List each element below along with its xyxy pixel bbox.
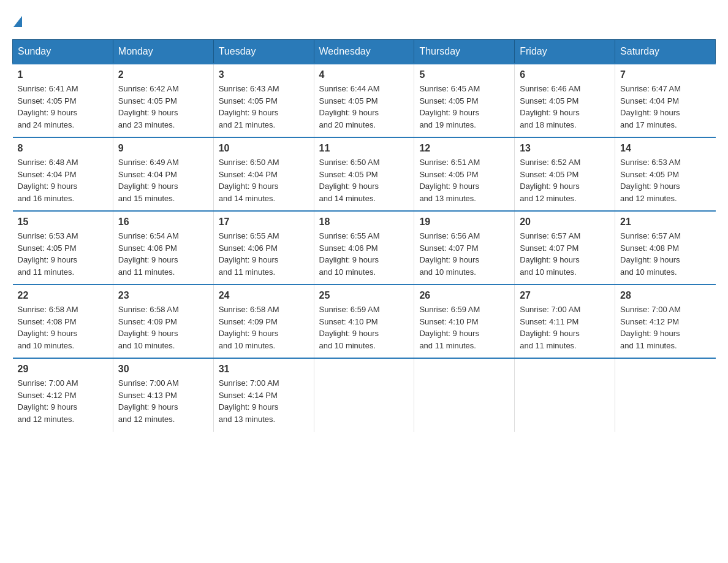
calendar-cell: 12 Sunrise: 6:51 AM Sunset: 4:05 PM Dayl… <box>414 137 515 211</box>
day-number: 31 <box>219 364 309 375</box>
calendar-cell: 24 Sunrise: 6:58 AM Sunset: 4:09 PM Dayl… <box>213 285 314 358</box>
header-thursday: Thursday <box>414 40 515 64</box>
day-number: 6 <box>520 69 610 80</box>
calendar-cell: 19 Sunrise: 6:56 AM Sunset: 4:07 PM Dayl… <box>414 211 515 285</box>
day-number: 16 <box>118 216 208 228</box>
header-sunday: Sunday <box>13 40 113 64</box>
logo-triangle-icon <box>13 16 22 27</box>
calendar-cell: 8 Sunrise: 6:48 AM Sunset: 4:04 PM Dayli… <box>13 137 113 211</box>
calendar-week-row: 15 Sunrise: 6:53 AM Sunset: 4:05 PM Dayl… <box>13 211 716 285</box>
day-number: 20 <box>520 216 610 228</box>
day-number: 14 <box>620 143 710 154</box>
day-number: 4 <box>319 69 409 80</box>
day-info: Sunrise: 6:46 AM Sunset: 4:05 PM Dayligh… <box>520 83 610 131</box>
weekday-row: Sunday Monday Tuesday Wednesday Thursday… <box>13 40 716 64</box>
day-info: Sunrise: 6:51 AM Sunset: 4:05 PM Dayligh… <box>419 156 509 204</box>
calendar-cell: 5 Sunrise: 6:45 AM Sunset: 4:05 PM Dayli… <box>414 64 515 137</box>
day-number: 10 <box>219 143 309 154</box>
day-number: 22 <box>18 290 108 301</box>
calendar-cell: 27 Sunrise: 7:00 AM Sunset: 4:11 PM Dayl… <box>515 285 615 358</box>
calendar-cell: 7 Sunrise: 6:47 AM Sunset: 4:04 PM Dayli… <box>615 64 716 137</box>
day-info: Sunrise: 7:00 AM Sunset: 4:14 PM Dayligh… <box>219 377 309 425</box>
calendar-cell: 16 Sunrise: 6:54 AM Sunset: 4:06 PM Dayl… <box>113 211 213 285</box>
header-saturday: Saturday <box>615 40 716 64</box>
day-number: 3 <box>219 69 309 80</box>
day-number: 2 <box>118 69 208 80</box>
day-info: Sunrise: 6:45 AM Sunset: 4:05 PM Dayligh… <box>419 83 509 131</box>
day-info: Sunrise: 6:53 AM Sunset: 4:05 PM Dayligh… <box>620 156 710 204</box>
calendar-cell: 28 Sunrise: 7:00 AM Sunset: 4:12 PM Dayl… <box>615 285 716 358</box>
calendar-cell: 4 Sunrise: 6:44 AM Sunset: 4:05 PM Dayli… <box>314 64 414 137</box>
day-info: Sunrise: 6:48 AM Sunset: 4:04 PM Dayligh… <box>18 156 108 204</box>
day-info: Sunrise: 6:52 AM Sunset: 4:05 PM Dayligh… <box>520 156 610 204</box>
day-info: Sunrise: 6:58 AM Sunset: 4:09 PM Dayligh… <box>219 304 309 351</box>
day-info: Sunrise: 7:00 AM Sunset: 4:12 PM Dayligh… <box>18 377 108 425</box>
day-number: 26 <box>419 290 509 301</box>
day-info: Sunrise: 6:44 AM Sunset: 4:05 PM Dayligh… <box>319 83 409 131</box>
day-number: 19 <box>419 216 509 228</box>
calendar-cell: 10 Sunrise: 6:50 AM Sunset: 4:04 PM Dayl… <box>213 137 314 211</box>
logo <box>12 12 22 27</box>
calendar-cell: 6 Sunrise: 6:46 AM Sunset: 4:05 PM Dayli… <box>515 64 615 137</box>
day-info: Sunrise: 6:55 AM Sunset: 4:06 PM Dayligh… <box>319 230 409 278</box>
header-monday: Monday <box>113 40 213 64</box>
day-info: Sunrise: 7:00 AM Sunset: 4:13 PM Dayligh… <box>118 377 208 425</box>
day-number: 9 <box>118 143 208 154</box>
day-number: 28 <box>620 290 710 301</box>
calendar-cell <box>515 358 615 432</box>
calendar-cell: 30 Sunrise: 7:00 AM Sunset: 4:13 PM Dayl… <box>113 358 213 432</box>
calendar-cell: 13 Sunrise: 6:52 AM Sunset: 4:05 PM Dayl… <box>515 137 615 211</box>
calendar-cell: 23 Sunrise: 6:58 AM Sunset: 4:09 PM Dayl… <box>113 285 213 358</box>
day-info: Sunrise: 6:58 AM Sunset: 4:09 PM Dayligh… <box>118 304 208 351</box>
calendar-week-row: 1 Sunrise: 6:41 AM Sunset: 4:05 PM Dayli… <box>13 64 716 137</box>
calendar-cell: 26 Sunrise: 6:59 AM Sunset: 4:10 PM Dayl… <box>414 285 515 358</box>
calendar-cell <box>314 358 414 432</box>
day-number: 12 <box>419 143 509 154</box>
calendar-cell: 17 Sunrise: 6:55 AM Sunset: 4:06 PM Dayl… <box>213 211 314 285</box>
day-number: 15 <box>18 216 108 228</box>
day-info: Sunrise: 6:58 AM Sunset: 4:08 PM Dayligh… <box>18 304 108 351</box>
day-number: 7 <box>620 69 710 80</box>
calendar-cell: 3 Sunrise: 6:43 AM Sunset: 4:05 PM Dayli… <box>213 64 314 137</box>
day-number: 30 <box>118 364 208 375</box>
calendar-cell: 25 Sunrise: 6:59 AM Sunset: 4:10 PM Dayl… <box>314 285 414 358</box>
calendar-cell: 18 Sunrise: 6:55 AM Sunset: 4:06 PM Dayl… <box>314 211 414 285</box>
calendar-cell: 31 Sunrise: 7:00 AM Sunset: 4:14 PM Dayl… <box>213 358 314 432</box>
day-info: Sunrise: 6:54 AM Sunset: 4:06 PM Dayligh… <box>118 230 208 278</box>
calendar-cell: 22 Sunrise: 6:58 AM Sunset: 4:08 PM Dayl… <box>13 285 113 358</box>
calendar-week-row: 8 Sunrise: 6:48 AM Sunset: 4:04 PM Dayli… <box>13 137 716 211</box>
calendar-cell: 29 Sunrise: 7:00 AM Sunset: 4:12 PM Dayl… <box>13 358 113 432</box>
day-number: 13 <box>520 143 610 154</box>
day-number: 24 <box>219 290 309 301</box>
day-info: Sunrise: 6:57 AM Sunset: 4:07 PM Dayligh… <box>520 230 610 278</box>
day-info: Sunrise: 6:50 AM Sunset: 4:04 PM Dayligh… <box>219 156 309 204</box>
calendar-cell <box>615 358 716 432</box>
day-info: Sunrise: 6:43 AM Sunset: 4:05 PM Dayligh… <box>219 83 309 131</box>
day-number: 27 <box>520 290 610 301</box>
header-wednesday: Wednesday <box>314 40 414 64</box>
day-info: Sunrise: 6:57 AM Sunset: 4:08 PM Dayligh… <box>620 230 710 278</box>
day-number: 18 <box>319 216 409 228</box>
calendar-week-row: 22 Sunrise: 6:58 AM Sunset: 4:08 PM Dayl… <box>13 285 716 358</box>
calendar-week-row: 29 Sunrise: 7:00 AM Sunset: 4:12 PM Dayl… <box>13 358 716 432</box>
day-number: 5 <box>419 69 509 80</box>
day-number: 29 <box>18 364 108 375</box>
day-info: Sunrise: 6:56 AM Sunset: 4:07 PM Dayligh… <box>419 230 509 278</box>
day-number: 25 <box>319 290 409 301</box>
day-number: 11 <box>319 143 409 154</box>
calendar-cell: 1 Sunrise: 6:41 AM Sunset: 4:05 PM Dayli… <box>13 64 113 137</box>
calendar-cell: 11 Sunrise: 6:50 AM Sunset: 4:05 PM Dayl… <box>314 137 414 211</box>
calendar-table: Sunday Monday Tuesday Wednesday Thursday… <box>12 39 716 432</box>
day-info: Sunrise: 6:47 AM Sunset: 4:04 PM Dayligh… <box>620 83 710 131</box>
day-info: Sunrise: 6:42 AM Sunset: 4:05 PM Dayligh… <box>118 83 208 131</box>
header-friday: Friday <box>515 40 615 64</box>
page-header <box>12 12 716 27</box>
calendar-cell: 9 Sunrise: 6:49 AM Sunset: 4:04 PM Dayli… <box>113 137 213 211</box>
day-info: Sunrise: 6:59 AM Sunset: 4:10 PM Dayligh… <box>419 304 509 351</box>
day-info: Sunrise: 6:53 AM Sunset: 4:05 PM Dayligh… <box>18 230 108 278</box>
day-number: 17 <box>219 216 309 228</box>
day-number: 23 <box>118 290 208 301</box>
calendar-header: Sunday Monday Tuesday Wednesday Thursday… <box>13 40 716 64</box>
calendar-cell: 20 Sunrise: 6:57 AM Sunset: 4:07 PM Dayl… <box>515 211 615 285</box>
day-info: Sunrise: 6:59 AM Sunset: 4:10 PM Dayligh… <box>319 304 409 351</box>
